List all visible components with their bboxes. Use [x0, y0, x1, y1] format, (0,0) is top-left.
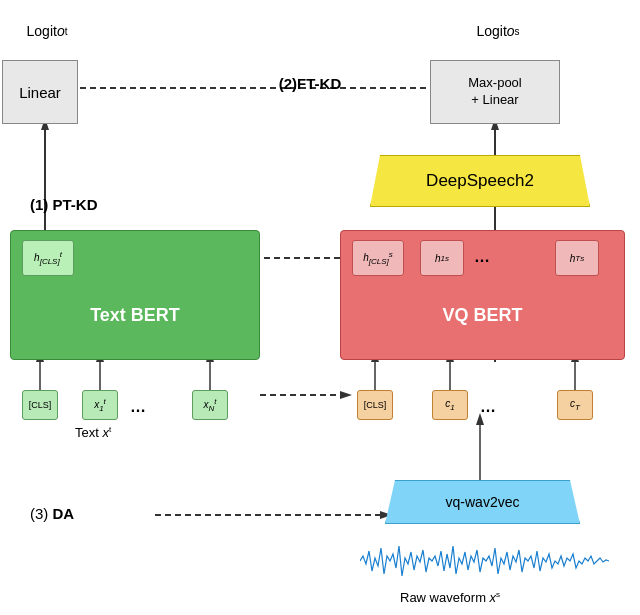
token-cT: cT: [557, 390, 593, 420]
linear-box: Linear: [2, 60, 78, 124]
token-cls-vq: [CLS]: [357, 390, 393, 420]
pt-kd-label: (1) PT-KD: [30, 196, 98, 213]
logit-t-label: Logit ot: [2, 16, 92, 46]
h-cls-t-box: h[CLS]t: [22, 240, 74, 276]
maxpool-box: Max-pool+ Linear: [430, 60, 560, 124]
maxpool-label: Max-pool+ Linear: [468, 75, 521, 109]
ft-kd-label: (2) FT-KD: [230, 68, 390, 98]
linear-label: Linear: [19, 84, 61, 101]
vqwav2vec-box: vq-wav2vec: [385, 480, 580, 524]
raw-waveform-label: Raw waveform xs: [400, 590, 500, 605]
h-cls-s-label: h[CLS]s: [363, 250, 393, 266]
token-x1t: x1t: [82, 390, 118, 420]
text-xt-label: Text xt: [75, 425, 111, 440]
hTs-box: hTs: [555, 240, 599, 276]
diagram: Logit ot Logit os (2) FT-KD Linear Max-p…: [0, 0, 640, 615]
deepspeech2-label: DeepSpeech2: [426, 171, 534, 191]
token-c1: c1: [432, 390, 468, 420]
h1s-box: h1s: [420, 240, 464, 276]
waveform: [360, 536, 610, 586]
deepspeech2-box: DeepSpeech2: [370, 155, 590, 207]
token-xNt: xNt: [192, 390, 228, 420]
logit-s-label: Logit os: [448, 16, 548, 46]
da-label: (3) DA: [30, 505, 74, 522]
vqwav2vec-label: vq-wav2vec: [446, 494, 520, 510]
h-cls-t-label: h[CLS]t: [34, 250, 62, 266]
dots-text-tokens: …: [130, 398, 146, 416]
dots-middle: …: [474, 248, 490, 266]
vq-bert-label: VQ BERT: [442, 305, 522, 326]
token-cls-text: [CLS]: [22, 390, 58, 420]
text-bert-label: Text BERT: [90, 305, 180, 326]
h-cls-s-box: h[CLS]s: [352, 240, 404, 276]
dots-vq-tokens: …: [480, 398, 496, 416]
svg-marker-15: [340, 391, 352, 399]
